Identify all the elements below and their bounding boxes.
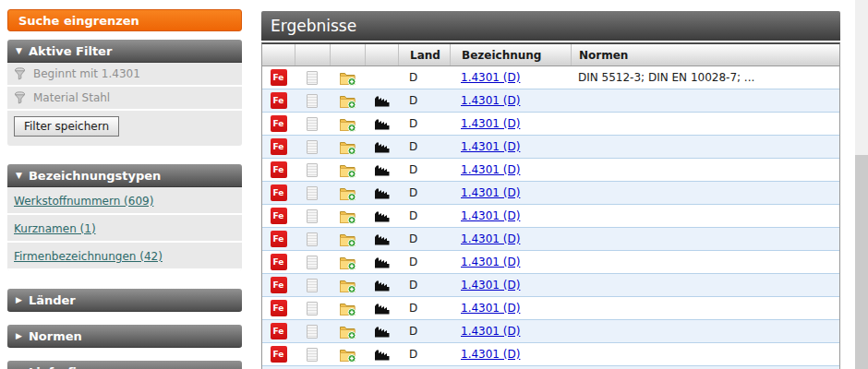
document-icon[interactable] <box>307 256 318 269</box>
document-icon[interactable] <box>307 209 318 223</box>
folder-add-icon[interactable] <box>339 116 356 132</box>
table-row[interactable]: FeD1.4301 (D) <box>262 205 839 228</box>
folder-add-icon[interactable] <box>339 278 356 293</box>
table-row[interactable]: FeD1.4301 (D)DIN 5512-3; DIN EN 10028-7;… <box>262 66 839 89</box>
header-cell-folder <box>330 44 365 65</box>
folder-add-icon[interactable] <box>339 185 356 201</box>
filter-remove-icon[interactable] <box>14 91 27 104</box>
active-filter-item[interactable]: Beginnt mit 1.4301 <box>7 63 242 87</box>
folder-add-icon[interactable] <box>339 255 356 270</box>
active-filter-header[interactable]: ▼ Aktive Filter <box>7 40 242 63</box>
fe-icon[interactable]: Fe <box>271 277 287 293</box>
material-link[interactable]: 1.4301 (D) <box>461 140 520 153</box>
material-link[interactable]: 1.4301 (D) <box>461 279 520 292</box>
table-row[interactable]: FeD1.4301 (D) <box>262 136 839 159</box>
folder-add-icon[interactable] <box>339 347 356 363</box>
material-link[interactable]: 1.4301 (D) <box>461 71 520 84</box>
factory-icon[interactable] <box>373 140 391 153</box>
factory-icon[interactable] <box>373 256 391 268</box>
material-link[interactable]: 1.4301 (D) <box>461 94 520 107</box>
header-cell-bezeichnung[interactable]: Bezeichnung <box>450 44 571 65</box>
factory-icon[interactable] <box>373 302 391 315</box>
document-icon[interactable] <box>307 302 318 315</box>
active-filter-item[interactable]: Material Stahl <box>7 87 242 111</box>
material-link[interactable]: 1.4301 (D) <box>461 302 520 315</box>
table-row[interactable]: FeD1.4301 (D) <box>262 113 839 136</box>
factory-icon[interactable] <box>373 117 391 130</box>
document-icon[interactable] <box>307 163 318 177</box>
fe-icon[interactable]: Fe <box>271 138 287 155</box>
document-icon[interactable] <box>307 279 318 292</box>
folder-add-icon[interactable] <box>339 70 356 86</box>
factory-icon[interactable] <box>373 209 391 222</box>
material-link[interactable]: 1.4301 (D) <box>461 256 520 268</box>
table-row[interactable]: FeD1.4301 (D) <box>262 182 839 205</box>
factory-cell <box>365 136 398 158</box>
document-icon[interactable] <box>307 117 318 131</box>
fe-icon[interactable]: Fe <box>271 208 287 224</box>
header-cell-normen[interactable]: Normen <box>571 44 839 65</box>
fe-icon[interactable]: Fe <box>271 323 287 339</box>
folder-add-icon[interactable] <box>339 93 356 109</box>
table-row[interactable]: FeD1.4301 (D) <box>262 251 839 274</box>
save-filter-button[interactable]: Filter speichern <box>14 116 119 137</box>
search-narrow-header[interactable]: Suche eingrenzen <box>7 9 242 31</box>
material-link[interactable]: 1.4301 (D) <box>461 209 520 222</box>
bezeichnungstypen-header[interactable]: ▼ Bezeichnungstypen <box>7 164 242 187</box>
firmenbezeichnungen-link[interactable]: Firmenbezeichnungen (42) <box>14 250 163 263</box>
sidebar-section-laender[interactable]: ▶ Länder <box>7 289 242 312</box>
filter-remove-icon[interactable] <box>14 67 27 80</box>
normen-cell <box>571 251 839 273</box>
document-icon[interactable] <box>307 232 318 246</box>
vertical-scrollbar[interactable] <box>855 0 868 369</box>
scrollbar-thumb[interactable] <box>855 155 868 369</box>
document-icon[interactable] <box>307 94 318 108</box>
fe-cell: Fe <box>262 66 295 89</box>
table-row[interactable]: FeD1.4301 (D) <box>262 274 839 297</box>
folder-add-icon[interactable] <box>339 208 356 224</box>
factory-icon[interactable] <box>373 163 391 176</box>
fe-icon[interactable]: Fe <box>271 254 287 270</box>
document-icon[interactable] <box>307 186 318 200</box>
factory-icon[interactable] <box>373 94 391 107</box>
document-icon[interactable] <box>307 325 318 339</box>
header-cell-land[interactable]: Land <box>398 44 450 65</box>
fe-icon[interactable]: Fe <box>271 231 287 247</box>
factory-icon[interactable] <box>373 232 391 245</box>
table-row[interactable]: FeD1.4301 (D) <box>262 228 839 251</box>
folder-add-icon[interactable] <box>339 232 356 247</box>
material-link[interactable]: 1.4301 (D) <box>461 186 520 199</box>
material-link[interactable]: 1.4301 (D) <box>461 117 520 130</box>
material-link[interactable]: 1.4301 (D) <box>461 232 520 245</box>
document-icon[interactable] <box>307 348 318 362</box>
factory-icon[interactable] <box>373 279 391 292</box>
factory-icon[interactable] <box>373 186 391 199</box>
material-link[interactable]: 1.4301 (D) <box>461 348 520 361</box>
table-row[interactable]: FeD1.4301 (D) <box>262 343 839 366</box>
table-row[interactable]: FeD1.4301 (D) <box>262 159 839 182</box>
sidebar-section-lieferfirmen[interactable]: ▶ Lieferfirmen <box>7 361 242 369</box>
material-link[interactable]: 1.4301 (D) <box>461 163 520 176</box>
folder-add-icon[interactable] <box>339 139 356 155</box>
fe-icon[interactable]: Fe <box>271 92 287 109</box>
material-link[interactable]: 1.4301 (D) <box>461 325 520 338</box>
document-icon[interactable] <box>307 140 318 154</box>
fe-icon[interactable]: Fe <box>271 161 287 178</box>
table-row[interactable]: FeD1.4301 (D) <box>262 89 839 113</box>
fe-icon[interactable]: Fe <box>271 300 287 316</box>
folder-add-icon[interactable] <box>339 301 356 316</box>
table-row[interactable]: FeD1.4301 (D) <box>262 320 839 343</box>
fe-icon[interactable]: Fe <box>271 115 287 132</box>
fe-icon[interactable]: Fe <box>271 346 287 363</box>
fe-icon[interactable]: Fe <box>271 184 287 201</box>
sidebar-section-normen[interactable]: ▶ Normen <box>7 325 242 348</box>
kurznamen-link[interactable]: Kurznamen (1) <box>14 222 96 235</box>
folder-add-icon[interactable] <box>339 324 356 339</box>
factory-icon[interactable] <box>373 325 391 338</box>
folder-add-icon[interactable] <box>339 162 356 178</box>
factory-icon[interactable] <box>373 348 391 361</box>
werkstoffnummern-link[interactable]: Werkstoffnummern (609) <box>14 195 153 208</box>
fe-icon[interactable]: Fe <box>271 69 287 86</box>
document-icon[interactable] <box>307 71 318 85</box>
table-row[interactable]: FeD1.4301 (D) <box>262 297 839 320</box>
